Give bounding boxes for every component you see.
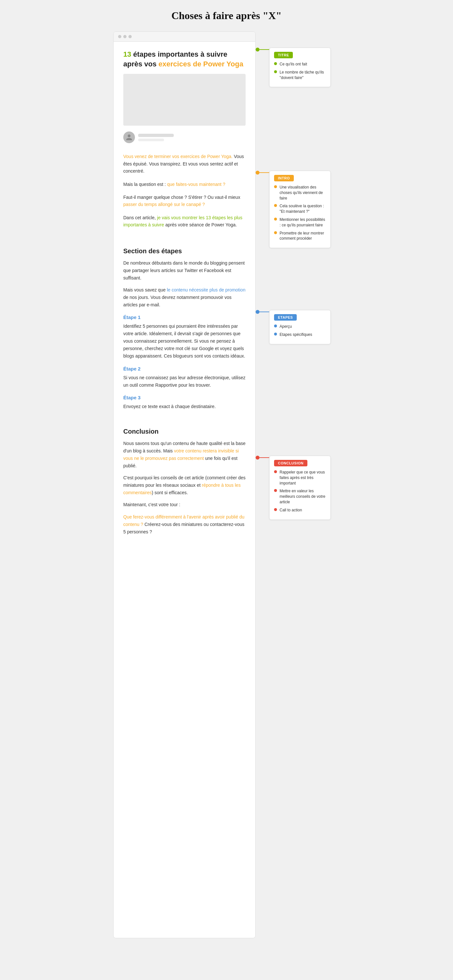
page-title: Choses à faire après "X" xyxy=(171,10,282,22)
etapes-item-2: Etapes spécifiques xyxy=(274,332,326,337)
titre-connector xyxy=(256,48,269,51)
intro-item-1: Une visualisation des choses qu'ils vien… xyxy=(274,185,326,201)
article-image xyxy=(123,74,246,126)
steps-intro-1: De nombreux débutants dans le monde du b… xyxy=(123,259,246,282)
conclusion-connector-line xyxy=(260,457,269,458)
steps-intro-2-link[interactable]: le contenu nécessite plus de promotion xyxy=(167,287,246,293)
titre-card: TITRE Ce qu'ils ont fait Le nombre de tâ… xyxy=(269,48,331,87)
intro-bullet-4 xyxy=(274,231,277,234)
etapes-bullet-2 xyxy=(274,332,277,336)
intro-text-4-post: après votre séance de Power Yoga. xyxy=(164,222,237,228)
spacer-1 xyxy=(123,234,246,244)
intro-text-4-pre: Dans cet article, xyxy=(123,215,157,220)
author-row xyxy=(123,132,246,143)
intro-para-4: Dans cet article, je vais vous montrer l… xyxy=(123,214,246,229)
conclusion-bullet-3 xyxy=(274,508,277,511)
intro-text-2-pre: Mais la question est : xyxy=(123,182,167,187)
conclusion-card: CONCLUSION Rappeler que ce que vous fait… xyxy=(269,456,331,520)
conclusion-title: Conclusion xyxy=(123,428,246,435)
conclusion-2-post: ) sont si efficaces. xyxy=(152,490,188,495)
titre-bullet-2 xyxy=(274,70,277,73)
etapes-tag: ETAPES xyxy=(274,314,297,321)
intro-item-3-text: Mentionner les possibilités : ce qu'ils … xyxy=(280,217,326,228)
intro-item-4: Promettre de leur montrer comment procéd… xyxy=(274,231,326,242)
main-container: 13 étapes importantes à suivre après vos… xyxy=(113,32,340,938)
intro-item-2: Cela soulève la question : "Et maintenan… xyxy=(274,204,326,215)
annotation-etapes: ETAPES Aperçu Etapes spécifiques xyxy=(256,310,331,344)
browser-card: 13 étapes importantes à suivre après vos… xyxy=(113,32,256,938)
titre-item-2-text: Le nombre de tâche qu'ils "doivent faire… xyxy=(280,70,326,81)
conclusion-connector xyxy=(256,456,269,460)
conclusion-tag: CONCLUSION xyxy=(274,460,307,466)
conclusion-item-2: Mettre en valeur les meilleurs conseils … xyxy=(274,488,326,504)
etapes-bullet-1 xyxy=(274,325,277,328)
article-heading: 13 étapes importantes à suivre après vos… xyxy=(123,49,246,68)
steps-intro-2-pre: Mais vous savez que xyxy=(123,287,167,293)
conclusion-item-2-text: Mettre en valeur les meilleurs conseils … xyxy=(280,488,326,504)
conclusion-item-1-text: Rappeler que ce que vous faites après es… xyxy=(280,469,326,486)
etapes-item-2-text: Etapes spécifiques xyxy=(280,332,312,337)
intro-item-1-text: Une visualisation des choses qu'ils vien… xyxy=(280,185,326,201)
titre-connector-line xyxy=(260,49,269,50)
conclusion-item-1: Rappeler que ce que vous faites après es… xyxy=(274,469,326,486)
intro-link-1[interactable]: Vous venez de terminer vos exercices de … xyxy=(123,154,233,159)
step3-text: Envoyez ce texte exact à chaque destinat… xyxy=(123,403,246,410)
author-date-line xyxy=(138,138,164,141)
conclusion-para-1: Nous savons tous qu'un contenu de haute … xyxy=(123,440,246,469)
step2-title: Étape 2 xyxy=(123,366,246,371)
intro-connector xyxy=(256,171,269,175)
step1-title: Étape 1 xyxy=(123,315,246,320)
annotation-conclusion: CONCLUSION Rappeler que ce que vous fait… xyxy=(256,456,331,520)
intro-bullet-3 xyxy=(274,218,277,221)
intro-para-1: Vous venez de terminer vos exercices de … xyxy=(123,153,246,175)
conclusion-item-3: Call to action xyxy=(274,508,326,513)
spacer-2 xyxy=(123,415,246,425)
intro-item-3: Mentionner les possibilités : ce qu'ils … xyxy=(274,217,326,228)
conclusion-item-3-text: Call to action xyxy=(280,508,302,513)
etapes-connector-dot xyxy=(256,310,260,314)
etapes-item-1: Aperçu xyxy=(274,324,326,329)
avatar xyxy=(123,132,135,143)
intro-para-3: Faut-il manger quelque chose ? S'étirer … xyxy=(123,194,246,208)
etapes-card: ETAPES Aperçu Etapes spécifiques xyxy=(269,310,331,344)
conclusion-bullet-2 xyxy=(274,489,277,492)
section-steps-title: Section des étapes xyxy=(123,247,246,255)
steps-intro-2-post: de nos jours. Vous devrez notamment prom… xyxy=(123,295,232,307)
titre-item-2: Le nombre de tâche qu'ils "doivent faire… xyxy=(274,70,326,81)
article-h1-highlight: exercices de Power Yoga xyxy=(158,60,243,68)
intro-link-3[interactable]: passer du temps allongé sur le canapé ? xyxy=(123,202,205,207)
browser-dot-3 xyxy=(128,35,132,38)
conclusion-bullet-1 xyxy=(274,470,277,473)
conclusion-connector-dot xyxy=(256,456,260,460)
intro-bullet-2 xyxy=(274,204,277,207)
intro-item-2-text: Cela soulève la question : "Et maintenan… xyxy=(280,204,326,215)
titre-item-1: Ce qu'ils ont fait xyxy=(274,62,326,67)
browser-bar xyxy=(114,32,255,42)
conclusion-para-2: C'est pourquoi les conseils de cet artic… xyxy=(123,474,246,496)
titre-tag: TITRE xyxy=(274,52,293,58)
etapes-connector xyxy=(256,310,269,314)
article-content: 13 étapes importantes à suivre après vos… xyxy=(114,42,255,553)
intro-link-2[interactable]: que faites-vous maintenant ? xyxy=(167,182,225,187)
etapes-item-1-text: Aperçu xyxy=(280,324,292,329)
conclusion-para-3: Maintenant, c'est votre tour : xyxy=(123,501,246,509)
intro-connector-dot xyxy=(256,171,260,175)
conclusion-cta: Que ferez-vous différemment à l'avenir a… xyxy=(123,513,246,536)
annotation-titre: TITRE Ce qu'ils ont fait Le nombre de tâ… xyxy=(256,48,331,87)
browser-dot-1 xyxy=(118,35,121,38)
browser-dot-2 xyxy=(123,35,127,38)
step3-title: Étape 3 xyxy=(123,395,246,400)
titre-item-1-text: Ce qu'ils ont fait xyxy=(280,62,307,67)
intro-item-4-text: Promettre de leur montrer comment procéd… xyxy=(280,231,326,242)
author-name-line xyxy=(138,134,174,137)
annotations-panel: TITRE Ce qu'ils ont fait Le nombre de tâ… xyxy=(256,32,340,938)
step2-text: Si vous ne connaissez pas leur adresse é… xyxy=(123,374,246,389)
intro-para-2: Mais la question est : que faites-vous m… xyxy=(123,181,246,188)
titre-bullet-1 xyxy=(274,62,277,65)
intro-card: INTRO Une visualisation des choses qu'il… xyxy=(269,171,331,248)
author-lines xyxy=(138,134,174,141)
step1-text: Identifiez 5 personnes qui pourraient êt… xyxy=(123,323,246,360)
intro-connector-line xyxy=(260,172,269,173)
annotation-intro: INTRO Une visualisation des choses qu'il… xyxy=(256,171,331,248)
page-wrapper: Choses à faire après "X" 13 étapes impor… xyxy=(113,10,340,970)
